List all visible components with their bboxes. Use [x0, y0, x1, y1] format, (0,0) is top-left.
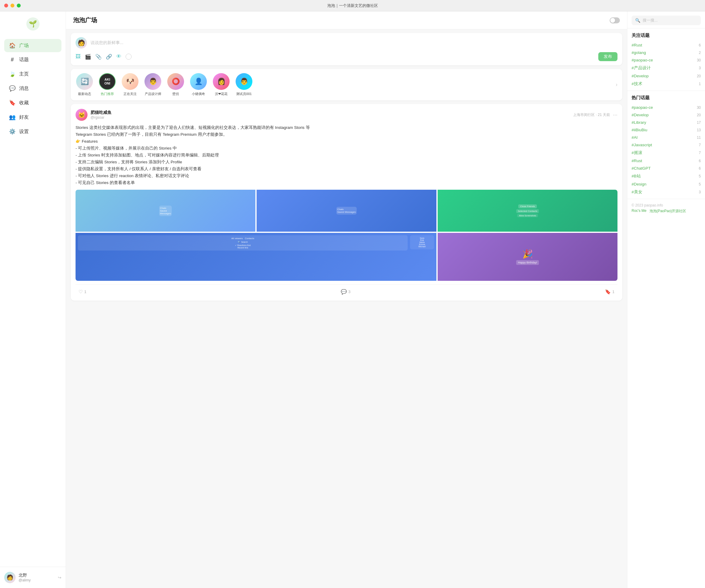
footer-links: Roc's Me 泡泡(PaoPao)开源社区	[631, 209, 701, 214]
story-item-birui[interactable]: ⭕ 壁仞	[167, 73, 185, 96]
tag-count: 30	[697, 105, 701, 110]
attachment-icon[interactable]: 📎	[95, 54, 102, 60]
tag-count: 30	[697, 58, 701, 62]
hot-topic-item[interactable]: #摇滚7	[631, 149, 701, 157]
hot-topic-item[interactable]: #paopao-ce30	[631, 104, 701, 111]
window-controls[interactable]	[4, 4, 21, 7]
maximize-button[interactable]	[17, 4, 21, 7]
hot-topic-item[interactable]: #Develop20	[631, 111, 701, 119]
bookmark-button[interactable]: 🔖 1	[602, 288, 617, 296]
tag-count: 3	[699, 66, 701, 70]
hot-topic-item[interactable]: #Design5	[631, 181, 701, 188]
following-topic-item[interactable]: #golang2	[631, 49, 701, 56]
hot-topic-item[interactable]: #Library17	[631, 119, 701, 126]
tag-count: 5	[699, 182, 701, 186]
tag-name: #ChatGPT	[631, 166, 651, 170]
story-label: 壁仞	[172, 92, 179, 96]
hashtag-icon: #	[9, 57, 15, 63]
story-avatar: 👤	[190, 73, 207, 90]
video-upload-icon[interactable]: 🎬	[85, 54, 91, 60]
dark-mode-toggle[interactable]	[610, 17, 620, 23]
story-item-latest[interactable]: 🔄 最新动态	[76, 73, 94, 96]
post-more-icon[interactable]: ···	[613, 112, 617, 118]
following-topic-item[interactable]: #Rust6	[631, 41, 701, 49]
search-box[interactable]: 🔍 搜一搜...	[631, 15, 701, 25]
sidebar-item-huati[interactable]: # 话题	[4, 53, 61, 66]
tag-name: #Library	[631, 120, 646, 125]
sidebar-item-shezhi[interactable]: ⚙️ 设置	[4, 125, 61, 138]
tag-name: #美女	[631, 189, 642, 195]
compose-avatar: 🧑	[76, 37, 87, 49]
tag-name: #Develop	[631, 74, 649, 78]
like-button[interactable]: ♡ 1	[76, 288, 89, 296]
story-label: 产品设计师	[145, 92, 161, 96]
settings-icon: ⚙️	[9, 128, 15, 135]
story-label: 正在关注	[124, 92, 137, 96]
link-icon[interactable]: 🔗	[106, 54, 112, 60]
hot-topics-section: 热门话题 #paopao-ce30#Develop20#Library17#ii…	[627, 91, 705, 199]
hot-topics-title: 热门话题	[631, 95, 701, 101]
tag-name: #paopao-ce	[631, 105, 653, 110]
story-avatar: AKIONI	[99, 73, 116, 90]
hot-topic-item[interactable]: #美女3	[631, 188, 701, 196]
tag-count: 20	[697, 74, 701, 78]
post-author: 肥猫吃咸鱼	[91, 110, 570, 115]
home-icon: 🏠	[9, 42, 15, 49]
sidebar-logo: 🌱	[0, 17, 66, 31]
footer-link-paopao[interactable]: 泡泡(PaoPao)开源社区	[650, 209, 687, 214]
visibility-toggle[interactable]	[126, 54, 132, 60]
eye-icon[interactable]: 👁	[116, 54, 122, 60]
footer-avatar: 🧑	[4, 572, 15, 583]
window-title: 泡泡｜一个清新文艺的微社区	[327, 3, 378, 8]
sidebar-item-zhuye[interactable]: 🍃 主页	[4, 67, 61, 81]
main-header: 泡泡广场	[66, 11, 627, 30]
hot-topic-item[interactable]: #Javascript7	[631, 141, 701, 149]
spacer2	[355, 291, 600, 293]
sidebar: 🌱 🏠 广场 # 话题 🍃 主页 💬 消息 🔖 收藏	[0, 11, 66, 588]
publish-button[interactable]: 发布	[598, 52, 617, 61]
hot-topic-item[interactable]: #ChatGPT6	[631, 164, 701, 172]
following-topic-item[interactable]: #Develop20	[631, 72, 701, 80]
hot-topic-item[interactable]: #iiBiuBiu13	[631, 126, 701, 134]
story-label: 沃❤花花	[215, 92, 228, 96]
sidebar-item-haoyou[interactable]: 👥 好友	[4, 111, 61, 124]
following-topic-item[interactable]: #产品设计3	[631, 64, 701, 72]
image-upload-icon[interactable]: 🖼	[76, 54, 81, 60]
hot-topic-item[interactable]: #Rust6	[631, 157, 701, 164]
following-topic-item[interactable]: #技术1	[631, 80, 701, 88]
tag-name: #Rust	[631, 158, 642, 163]
minimize-button[interactable]	[10, 4, 14, 7]
compose-actions: 🖼 🎬 📎 🔗 👁 发布	[76, 52, 617, 61]
story-item-tester[interactable]: 👨 测试员001	[235, 73, 253, 96]
following-topic-item[interactable]: #paopao-ce30	[631, 56, 701, 64]
hot-topic-item[interactable]: #B站5	[631, 172, 701, 181]
friends-icon: 👥	[9, 114, 15, 120]
following-topics-section: 关注话题 #Rust6#golang2#paopao-ce30#产品设计3#De…	[627, 29, 705, 91]
stories-next-icon[interactable]: ›	[616, 82, 617, 88]
close-button[interactable]	[4, 4, 8, 7]
comment-button[interactable]: 💬 3	[338, 288, 354, 296]
story-item-following[interactable]: 🐶 正在关注	[121, 73, 139, 96]
story-item-hotrecommend[interactable]: AKIONI 热门推荐	[98, 73, 116, 96]
footer-handle: @alimy	[18, 578, 55, 582]
main-content: 泡泡广场 🧑 说说您的新鲜事... 🖼 🎬 📎 🔗 👁 发布	[66, 11, 627, 588]
logout-icon[interactable]: ↪	[58, 575, 61, 580]
tag-name: #产品设计	[631, 65, 651, 71]
footer-link-rocs[interactable]: Roc's Me	[631, 209, 647, 214]
sidebar-item-label: 广场	[19, 43, 29, 49]
tag-name: #Develop	[631, 113, 649, 117]
sidebar-item-xiaoxi[interactable]: 💬 消息	[4, 82, 61, 95]
tag-count: 5	[699, 174, 701, 178]
sidebar-item-guangchang[interactable]: 🏠 广场	[4, 39, 61, 52]
search-area: 🔍 搜一搜...	[627, 11, 705, 29]
publish-label: 发布	[604, 54, 612, 59]
story-item-product[interactable]: 👨 产品设计师	[144, 73, 162, 96]
story-item-wo[interactable]: 👩 沃❤花花	[212, 73, 230, 96]
search-icon: 🔍	[635, 18, 640, 23]
hot-topic-item[interactable]: #AI11	[631, 134, 701, 141]
story-item-pig[interactable]: 👤 小猪偶奇	[189, 73, 207, 96]
sidebar-item-shoucang[interactable]: 🔖 收藏	[4, 96, 61, 109]
post-content: Stories 这类社交媒体表现形式的出现，主要是为了迎合人们快速、短视频化的社…	[76, 125, 310, 185]
compose-placeholder[interactable]: 说说您的新鲜事...	[91, 38, 617, 47]
tag-count: 20	[697, 113, 701, 117]
